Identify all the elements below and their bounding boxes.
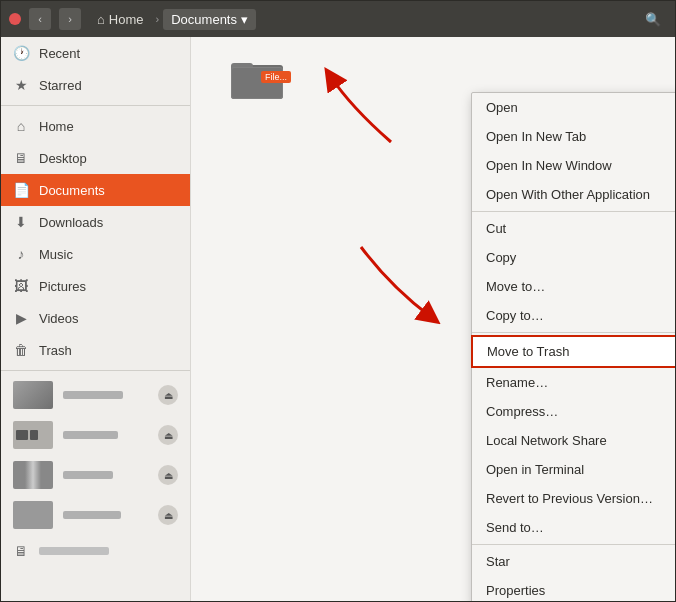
videos-icon: ▶ bbox=[13, 310, 29, 326]
sidebar-item-pictures[interactable]: 🖼 Pictures bbox=[1, 270, 190, 302]
sidebar-device-2[interactable]: ⏏ bbox=[1, 415, 190, 455]
ctx-send-to-label: Send to… bbox=[486, 520, 544, 535]
home-folder-icon: ⌂ bbox=[13, 118, 29, 134]
ctx-move-to-trash[interactable]: Move to Trash Delete bbox=[471, 335, 675, 368]
ctx-move-to-trash-label: Move to Trash bbox=[487, 344, 569, 359]
sidebar-label-desktop: Desktop bbox=[39, 151, 87, 166]
back-button[interactable]: ‹ bbox=[29, 8, 51, 30]
ctx-move-to-label: Move to… bbox=[486, 279, 545, 294]
more-icon: 🖥 bbox=[13, 543, 29, 559]
breadcrumb-separator: › bbox=[156, 13, 160, 25]
device-label-4 bbox=[63, 511, 121, 519]
ctx-revert[interactable]: Revert to Previous Version… bbox=[472, 484, 675, 513]
sidebar-item-more[interactable]: 🖥 bbox=[1, 535, 190, 567]
ctx-divider-1 bbox=[472, 211, 675, 212]
eject-button-3[interactable]: ⏏ bbox=[158, 465, 178, 485]
downloads-icon: ⬇ bbox=[13, 214, 29, 230]
eject-button-2[interactable]: ⏏ bbox=[158, 425, 178, 445]
ctx-open-new-tab[interactable]: Open In New Tab Ctrl+Return bbox=[472, 122, 675, 151]
ctx-rename[interactable]: Rename… F2 bbox=[472, 368, 675, 397]
recent-icon: 🕐 bbox=[13, 45, 29, 61]
documents-icon: 📄 bbox=[13, 182, 29, 198]
ctx-properties[interactable]: Properties Ctrl+I bbox=[472, 576, 675, 601]
ctx-star-label: Star bbox=[486, 554, 510, 569]
home-breadcrumb[interactable]: ⌂ Home bbox=[89, 9, 152, 30]
sidebar-item-desktop[interactable]: 🖥 Desktop bbox=[1, 142, 190, 174]
file-manager-window: ‹ › ⌂ Home › Documents ▾ 🔍 🕐 Recent ★ St bbox=[0, 0, 676, 602]
ctx-compress-label: Compress… bbox=[486, 404, 558, 419]
sidebar-device-3[interactable]: ⏏ bbox=[1, 455, 190, 495]
device-thumb-3 bbox=[13, 461, 53, 489]
ctx-cut[interactable]: Cut Ctrl+X bbox=[472, 214, 675, 243]
sidebar-item-music[interactable]: ♪ Music bbox=[1, 238, 190, 270]
pictures-icon: 🖼 bbox=[13, 278, 29, 294]
home-label: Home bbox=[109, 12, 144, 27]
device-label-more bbox=[39, 547, 109, 555]
device-label-2 bbox=[63, 431, 118, 439]
ctx-compress[interactable]: Compress… bbox=[472, 397, 675, 426]
ctx-local-network-share[interactable]: Local Network Share bbox=[472, 426, 675, 455]
sidebar-label-recent: Recent bbox=[39, 46, 80, 61]
thumb-block-a bbox=[16, 430, 28, 440]
desktop-icon: 🖥 bbox=[13, 150, 29, 166]
home-icon: ⌂ bbox=[97, 12, 105, 27]
sidebar: 🕐 Recent ★ Starred ⌂ Home 🖥 Desktop 📄 Do… bbox=[1, 37, 191, 601]
current-folder-label: Documents bbox=[171, 12, 237, 27]
ctx-copy[interactable]: Copy Ctrl+C bbox=[472, 243, 675, 272]
music-icon: ♪ bbox=[13, 246, 29, 262]
forward-button[interactable]: › bbox=[59, 8, 81, 30]
folder-icon-container[interactable]: File... bbox=[231, 57, 283, 101]
context-menu: Open Return Open In New Tab Ctrl+Return … bbox=[471, 92, 675, 601]
sidebar-item-starred[interactable]: ★ Starred bbox=[1, 69, 190, 101]
sidebar-item-home[interactable]: ⌂ Home bbox=[1, 110, 190, 142]
device-label-3 bbox=[63, 471, 113, 479]
ctx-copy-to-label: Copy to… bbox=[486, 308, 544, 323]
ctx-open[interactable]: Open Return bbox=[472, 93, 675, 122]
ctx-revert-label: Revert to Previous Version… bbox=[486, 491, 653, 506]
sidebar-item-documents[interactable]: 📄 Documents bbox=[1, 174, 190, 206]
ctx-open-new-tab-label: Open In New Tab bbox=[486, 129, 586, 144]
thumb-block-b bbox=[30, 430, 38, 440]
ctx-send-to[interactable]: Send to… bbox=[472, 513, 675, 542]
ctx-open-other-app[interactable]: Open With Other Application bbox=[472, 180, 675, 209]
ctx-star[interactable]: Star bbox=[472, 547, 675, 576]
dropdown-icon: ▾ bbox=[241, 12, 248, 27]
sidebar-label-starred: Starred bbox=[39, 78, 82, 93]
device-thumb-1 bbox=[13, 381, 53, 409]
ctx-open-terminal-label: Open in Terminal bbox=[486, 462, 584, 477]
sidebar-device-4[interactable]: ⏏ bbox=[1, 495, 190, 535]
sidebar-divider-1 bbox=[1, 105, 190, 106]
ctx-copy-label: Copy bbox=[486, 250, 516, 265]
sidebar-item-videos[interactable]: ▶ Videos bbox=[1, 302, 190, 334]
eject-button-1[interactable]: ⏏ bbox=[158, 385, 178, 405]
current-folder-breadcrumb[interactable]: Documents ▾ bbox=[163, 9, 256, 30]
close-button[interactable] bbox=[9, 13, 21, 25]
sidebar-device-1[interactable]: ⏏ bbox=[1, 375, 190, 415]
sidebar-label-pictures: Pictures bbox=[39, 279, 86, 294]
ctx-open-terminal[interactable]: Open in Terminal bbox=[472, 455, 675, 484]
device-thumb-2 bbox=[13, 421, 53, 449]
ctx-cut-label: Cut bbox=[486, 221, 506, 236]
main-file-area: File... bbox=[191, 37, 675, 601]
sidebar-divider-2 bbox=[1, 370, 190, 371]
annotation-arrow-2 bbox=[311, 237, 461, 337]
sidebar-item-downloads[interactable]: ⬇ Downloads bbox=[1, 206, 190, 238]
ctx-copy-to[interactable]: Copy to… bbox=[472, 301, 675, 330]
ctx-open-new-window[interactable]: Open In New Window Shift+Return bbox=[472, 151, 675, 180]
sidebar-label-videos: Videos bbox=[39, 311, 79, 326]
folder-badge: File... bbox=[261, 71, 291, 83]
sidebar-item-recent[interactable]: 🕐 Recent bbox=[1, 37, 190, 69]
ctx-rename-label: Rename… bbox=[486, 375, 548, 390]
sidebar-label-documents: Documents bbox=[39, 183, 105, 198]
sidebar-item-trash[interactable]: 🗑 Trash bbox=[1, 334, 190, 366]
search-button[interactable]: 🔍 bbox=[639, 5, 667, 33]
ctx-move-to[interactable]: Move to… bbox=[472, 272, 675, 301]
breadcrumb-bar: ⌂ Home › Documents ▾ bbox=[89, 9, 631, 30]
ctx-local-network-share-label: Local Network Share bbox=[486, 433, 607, 448]
annotation-arrow-1 bbox=[311, 67, 431, 147]
trash-icon: 🗑 bbox=[13, 342, 29, 358]
ctx-divider-2 bbox=[472, 332, 675, 333]
sidebar-label-home: Home bbox=[39, 119, 74, 134]
sidebar-label-music: Music bbox=[39, 247, 73, 262]
eject-button-4[interactable]: ⏏ bbox=[158, 505, 178, 525]
